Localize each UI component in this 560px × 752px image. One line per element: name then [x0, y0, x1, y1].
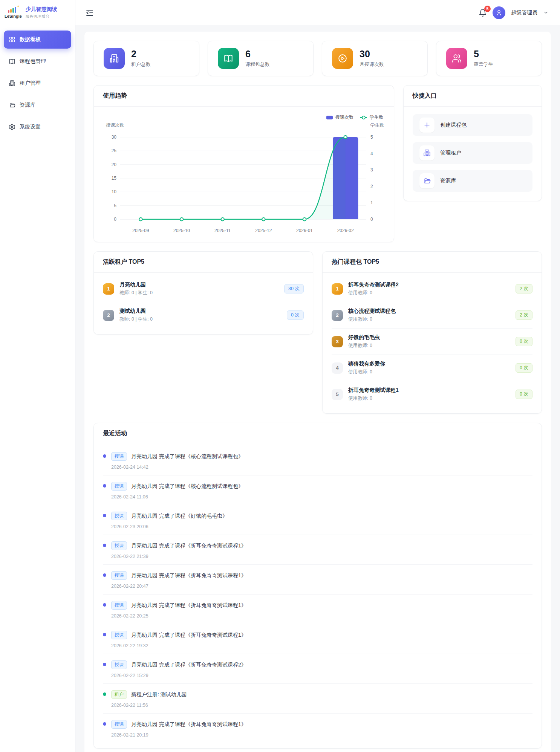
play-circle-icon: [332, 48, 353, 69]
course-meta: 使用教师: 0: [348, 316, 510, 323]
stat-label: 租户总数: [131, 61, 151, 68]
page-content: 2 租户总数 6 课程包总数 30 月授课次数: [75, 25, 560, 752]
activity-tag: 授课: [111, 541, 127, 550]
sidebar-item[interactable]: 课程包管理: [4, 52, 71, 70]
stat-card: 30 月授课次数: [322, 41, 428, 76]
chevron-down-icon[interactable]: [543, 10, 549, 15]
topbar-right: 5 超级管理员: [479, 6, 549, 19]
notification-badge: 5: [484, 6, 491, 12]
activity-text: 月亮幼儿园 完成了课程《折耳兔奇奇测试课程1》: [131, 721, 246, 728]
rank-badge: 5: [332, 389, 343, 400]
svg-text:2025-11: 2025-11: [214, 228, 231, 233]
activity-row: 授课 月亮幼儿园 完成了课程《核心流程测试课程包》 2026-02-24 11:…: [103, 475, 532, 505]
activity-text: 新租户注册: 测试幼儿园: [131, 691, 187, 698]
usage-count-pill: 0 次: [516, 337, 532, 346]
sidebar-item[interactable]: 租户管理: [4, 74, 71, 92]
quick-links-card: 快捷入口 创建课程包 管理租户 资源库: [403, 85, 542, 201]
main-area: 5 超级管理员 2: [75, 0, 560, 752]
activity-text: 月亮幼儿园 完成了课程《折耳兔奇奇测试课程1》: [131, 632, 246, 639]
stat-card: 6 课程包总数: [208, 41, 314, 76]
user-menu-name[interactable]: 超级管理员: [511, 9, 537, 16]
recent-activity-title: 最近活动: [94, 423, 542, 444]
activity-text: 月亮幼儿园 完成了课程《核心流程测试课程包》: [131, 483, 243, 490]
building-icon: [9, 80, 15, 87]
sidebar-item[interactable]: 系统设置: [4, 118, 71, 136]
stat-value: 5: [474, 49, 493, 59]
sidebar-collapse-icon[interactable]: [85, 8, 94, 17]
usage-count-pill: 2 次: [516, 284, 532, 293]
activity-dot: [103, 603, 106, 607]
stat-card: 2 租户总数: [93, 41, 199, 76]
stat-label: 月授课次数: [360, 61, 384, 68]
course-meta: 使用教师: 0: [348, 342, 510, 349]
quick-link[interactable]: 创建课程包: [413, 114, 532, 136]
svg-text:2026-01: 2026-01: [296, 228, 313, 233]
rank-badge: 3: [332, 336, 343, 347]
quick-links-title: 快捷入口: [404, 86, 542, 107]
sidebar: ✦ LeSingle 少儿智慧阅读 服务管理后台 数据看板 课程包管理 租户管理: [0, 0, 75, 752]
legend-label: 学生数: [370, 114, 383, 121]
activity-tag: 授课: [111, 631, 127, 639]
quick-links-body: 创建课程包 管理租户 资源库: [404, 107, 542, 201]
quick-link[interactable]: 管理租户: [413, 142, 532, 164]
course-name: 折耳兔奇奇测试课程1: [348, 387, 510, 394]
dashboard-panel: 2 租户总数 6 课程包总数 30 月授课次数: [84, 32, 551, 752]
activity-timestamp: 2026-02-23 20:06: [111, 524, 532, 529]
stat-label: 课程包总数: [245, 61, 270, 68]
recent-activity-list: 授课 月亮幼儿园 完成了课程《核心流程测试课程包》 2026-02-24 14:…: [94, 444, 542, 748]
activity-timestamp: 2026-02-21 20:19: [111, 732, 532, 738]
recent-activity-card: 最近活动 授课 月亮幼儿园 完成了课程《核心流程测试课程包》 2026-02-2…: [93, 423, 542, 749]
svg-text:30: 30: [112, 135, 117, 140]
sidebar-item[interactable]: 数据看板: [4, 31, 71, 49]
stat-card: 5 覆盖学生: [436, 41, 542, 76]
course-rank-row: 3 好饿的毛毛虫 使用教师: 0 0 次: [332, 329, 532, 355]
usage-count-pill: 30 次: [284, 284, 304, 293]
folder-open-icon: [419, 173, 435, 188]
brand-titles: 少儿智慧阅读 服务管理后台: [26, 6, 57, 19]
activity-tag: 授课: [111, 512, 127, 520]
tenant-meta: 教师: 0 | 学生: 0: [119, 290, 279, 296]
legend-swatch: [360, 117, 367, 118]
row-top5: 活跃租户 TOP5 1 月亮幼儿园 教师: 0 | 学生: 0 30 次: [93, 251, 542, 414]
sidebar-item[interactable]: 资源库: [4, 96, 71, 114]
activity-timestamp: 2026-02-22 20:47: [111, 584, 532, 589]
rank-badge: 2: [103, 310, 114, 321]
activity-row: 授课 月亮幼儿园 完成了课程《折耳兔奇奇测试课程1》 2026-02-21 20…: [103, 714, 532, 743]
stat-value: 6: [245, 49, 270, 59]
svg-text:0: 0: [370, 217, 373, 222]
legend-item[interactable]: 授课次数: [326, 114, 353, 121]
activity-row: 授课 月亮幼儿园 完成了课程《核心流程测试课程包》 2026-02-24 14:…: [103, 446, 532, 475]
svg-text:3: 3: [370, 167, 373, 173]
svg-text:2: 2: [370, 184, 373, 189]
activity-timestamp: 2026-02-22 20:25: [111, 613, 532, 619]
logo-icon: ✦: [8, 6, 18, 13]
activity-text: 月亮幼儿园 完成了课程《折耳兔奇奇测试课程2》: [131, 662, 246, 668]
app-subtitle: 服务管理后台: [26, 14, 57, 19]
building-icon: [419, 145, 435, 160]
rank-badge: 4: [332, 362, 343, 374]
legend-item[interactable]: 学生数: [360, 114, 383, 121]
activity-dot: [103, 692, 106, 696]
notification-bell-icon[interactable]: 5: [479, 9, 487, 17]
avatar[interactable]: [493, 6, 505, 19]
svg-text:10: 10: [112, 189, 117, 194]
chart-legend: 授课次数 学生数: [103, 110, 385, 121]
activity-dot: [103, 722, 106, 726]
hot-courses-list: 1 折耳兔奇奇测试课程2 使用教师: 0 2 次 2 核心流程测试课程包: [323, 273, 542, 413]
svg-text:学生数: 学生数: [370, 122, 384, 128]
svg-text:2026-02: 2026-02: [337, 228, 354, 233]
active-tenants-card: 活跃租户 TOP5 1 月亮幼儿园 教师: 0 | 学生: 0 30 次: [93, 251, 313, 335]
svg-text:4: 4: [370, 151, 373, 156]
quick-link[interactable]: 资源库: [413, 170, 532, 192]
svg-text:授课次数: 授课次数: [106, 122, 124, 128]
usage-count-pill: 0 次: [516, 390, 532, 399]
sidebar-item-label: 租户管理: [20, 80, 41, 87]
activity-timestamp: 2026-02-22 19:32: [111, 643, 532, 648]
hot-courses-card: 热门课程包 TOP5 1 折耳兔奇奇测试课程2 使用教师: 0 2 次: [322, 251, 542, 414]
activity-tag: 授课: [111, 452, 127, 461]
activity-timestamp: 2026-02-24 11:06: [111, 494, 532, 500]
usage-count-pill: 0 次: [287, 310, 304, 320]
course-name: 折耳兔奇奇测试课程2: [348, 281, 510, 288]
activity-text: 月亮幼儿园 完成了课程《折耳兔奇奇测试课程1》: [131, 572, 246, 579]
activity-row: 授课 月亮幼儿园 完成了课程《好饿的毛毛虫》 2026-02-23 20:06: [103, 505, 532, 535]
